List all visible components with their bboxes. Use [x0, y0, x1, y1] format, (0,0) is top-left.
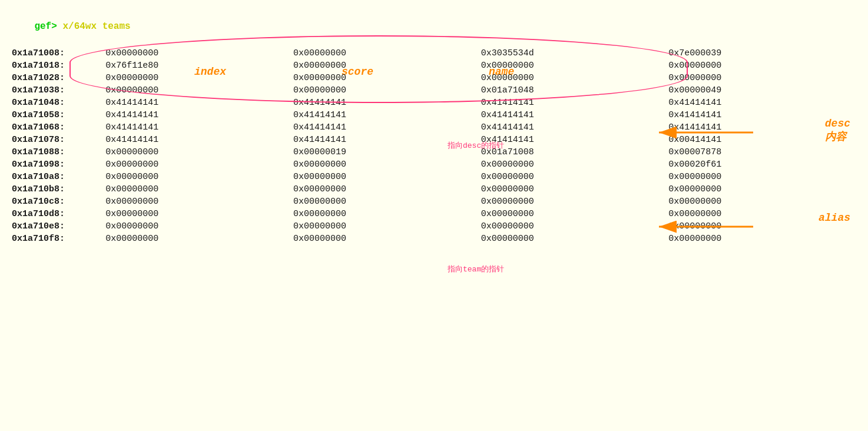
address-cell: 0x1a710c8:: [12, 195, 105, 208]
value-cell-2: 0x00000000: [293, 183, 481, 195]
value-cell-1: 0x41414141: [105, 134, 293, 146]
address-cell: 0x1a71028:: [12, 72, 105, 84]
table-row: 0x1a710e8:0x000000000x000000000x00000000…: [12, 220, 856, 233]
value-cell-1: 0x00000000: [105, 220, 293, 233]
address-cell: 0x1a71088:: [12, 146, 105, 158]
address-cell: 0x1a71038:: [12, 84, 105, 97]
value-cell-3: 0x00000000: [481, 183, 669, 195]
value-cell-3: 0x01a71008: [481, 146, 669, 158]
value-cell-3: 0x00000000: [481, 59, 669, 72]
main-container: gef> x/64wx teams index score name 0x1a7…: [0, 0, 868, 251]
address-cell: 0x1a710e8:: [12, 220, 105, 233]
value-cell-1: 0x00000000: [105, 47, 293, 59]
value-cell-1: 0x00000000: [105, 146, 293, 158]
table-row: 0x1a710f8:0x000000000x000000000x00000000…: [12, 233, 856, 245]
value-cell-1: 0x00000000: [105, 171, 293, 183]
value-cell-1: 0x41414141: [105, 109, 293, 121]
table-row: 0x1a710c8:0x000000000x000000000x00000000…: [12, 195, 856, 208]
table-row: 0x1a71018:0x76f11e800x000000000x00000000…: [12, 59, 856, 72]
table-row: 0x1a710d8:0x000000000x000000000x00000000…: [12, 208, 856, 220]
table-row: 0x1a71098:0x000000000x000000000x00000000…: [12, 158, 856, 171]
value-cell-1: 0x00000000: [105, 195, 293, 208]
label-alias: alias: [819, 212, 850, 224]
value-cell-3: 0x00000000: [481, 158, 669, 171]
value-cell-4: 0x00000049: [668, 84, 856, 97]
value-cell-3: 0x41414141: [481, 121, 669, 134]
value-cell-4: 0x00000000: [668, 171, 856, 183]
value-cell-3: 0x41414141: [481, 97, 669, 109]
address-cell: 0x1a71098:: [12, 158, 105, 171]
value-cell-4: 0x00000000: [668, 183, 856, 195]
value-cell-2: 0x00000000: [293, 84, 481, 97]
label-desc: desc 内容: [825, 118, 850, 144]
value-cell-4: 0x00007878: [668, 146, 856, 158]
table-row: 0x1a71028:0x000000000x000000000x00000000…: [12, 72, 856, 84]
value-cell-3: 0x41414141: [481, 134, 669, 146]
table-row: 0x1a710a8:0x000000000x000000000x00000000…: [12, 171, 856, 183]
value-cell-2: 0x00000000: [293, 208, 481, 220]
value-cell-2: 0x00000000: [293, 233, 481, 245]
table-row: 0x1a71008:0x000000000x000000000x3035534d…: [12, 47, 856, 59]
command-line: gef> x/64wx teams: [12, 11, 856, 42]
value-cell-3: 0x00000000: [481, 220, 669, 233]
annotation-team-pointer: 指向team的指针: [448, 264, 504, 274]
value-cell-2: 0x00000000: [293, 220, 481, 233]
value-cell-2: 0x00000000: [293, 158, 481, 171]
value-cell-2: 0x00000000: [293, 59, 481, 72]
value-cell-3: 0x00000000: [481, 208, 669, 220]
address-cell: 0x1a71058:: [12, 109, 105, 121]
value-cell-1: 0x00000000: [105, 72, 293, 84]
value-cell-1: 0x41414141: [105, 121, 293, 134]
command-text: x/64wx teams: [62, 21, 130, 32]
value-cell-2: 0x00000000: [293, 171, 481, 183]
value-cell-4: 0x00000000: [668, 233, 856, 245]
table-row: 0x1a71048:0x414141410x414141410x41414141…: [12, 97, 856, 109]
value-cell-2: 0x41414141: [293, 109, 481, 121]
value-cell-3: 0x01a71048: [481, 84, 669, 97]
annotation-desc-pointer: 指向desc的指针: [448, 140, 504, 151]
table-row: 0x1a71078:0x414141410x414141410x41414141…: [12, 134, 856, 146]
value-cell-3: 0x00000000: [481, 233, 669, 245]
address-cell: 0x1a71078:: [12, 134, 105, 146]
value-cell-1: 0x00000000: [105, 84, 293, 97]
value-cell-4: 0x7e000039: [668, 47, 856, 59]
value-cell-2: 0x00000000: [293, 72, 481, 84]
table-row: 0x1a710b8:0x000000000x000000000x00000000…: [12, 183, 856, 195]
value-cell-1: 0x76f11e80: [105, 59, 293, 72]
value-cell-1: 0x00000000: [105, 183, 293, 195]
value-cell-2: 0x00000000: [293, 195, 481, 208]
value-cell-3: 0x00000000: [481, 72, 669, 84]
address-cell: 0x1a71008:: [12, 47, 105, 59]
value-cell-2: 0x00000000: [293, 47, 481, 59]
address-cell: 0x1a71068:: [12, 121, 105, 134]
value-cell-3: 0x00000000: [481, 171, 669, 183]
table-row: 0x1a71088:0x000000000x000000190x01a71008…: [12, 146, 856, 158]
address-cell: 0x1a710d8:: [12, 208, 105, 220]
gef-prompt: gef>: [34, 21, 62, 32]
address-cell: 0x1a71048:: [12, 97, 105, 109]
table-row: 0x1a71038:0x000000000x000000000x01a71048…: [12, 84, 856, 97]
value-cell-1: 0x00000000: [105, 208, 293, 220]
address-cell: 0x1a71018:: [12, 59, 105, 72]
value-cell-3: 0x00000000: [481, 195, 669, 208]
data-table: 0x1a71008:0x000000000x000000000x3035534d…: [12, 47, 856, 245]
value-cell-1: 0x00000000: [105, 233, 293, 245]
address-cell: 0x1a710b8:: [12, 183, 105, 195]
table-row: 0x1a71058:0x414141410x414141410x41414141…: [12, 109, 856, 121]
value-cell-2: 0x41414141: [293, 97, 481, 109]
value-cell-4: 0x00020f61: [668, 158, 856, 171]
address-cell: 0x1a710f8:: [12, 233, 105, 245]
value-cell-2: 0x41414141: [293, 121, 481, 134]
value-cell-1: 0x00000000: [105, 158, 293, 171]
value-cell-3: 0x41414141: [481, 109, 669, 121]
table-row: 0x1a71068:0x414141410x414141410x41414141…: [12, 121, 856, 134]
value-cell-3: 0x3035534d: [481, 47, 669, 59]
address-cell: 0x1a710a8:: [12, 171, 105, 183]
value-cell-1: 0x41414141: [105, 97, 293, 109]
value-cell-4: 0x41414141: [668, 97, 856, 109]
value-cell-4: 0x00000000: [668, 59, 856, 72]
value-cell-4: 0x00000000: [668, 72, 856, 84]
value-cell-4: 0x00000000: [668, 195, 856, 208]
